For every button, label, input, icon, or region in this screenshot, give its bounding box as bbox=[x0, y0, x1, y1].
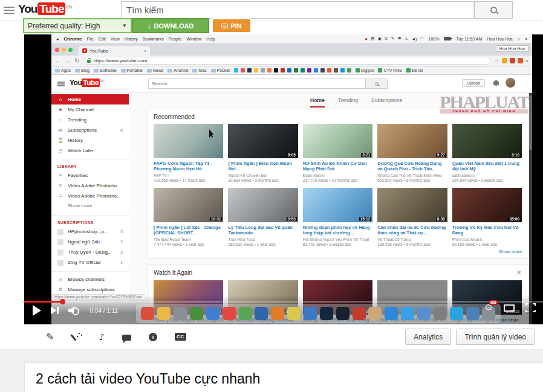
video-title[interactable]: FAPtv Cơm Nguội: Tập 71 - Phương Muốn Hẹ… bbox=[154, 161, 223, 172]
notification-center-icon[interactable]: ≡ bbox=[525, 37, 527, 41]
sidebar-footer-item[interactable]: ◎ Browse channels bbox=[51, 274, 129, 284]
video-card[interactable]: 3:21 Nữ Sinh Áo Đỏ Khiến Cư Dân Mạng Phá… bbox=[303, 124, 372, 182]
reload-icon[interactable]: ↻ bbox=[74, 58, 79, 64]
youtube-logo[interactable]: YouTubeVN bbox=[18, 2, 73, 16]
annotations-comment-icon[interactable] bbox=[122, 335, 131, 341]
forward-icon[interactable]: → bbox=[65, 58, 71, 64]
menubar-status-icon[interactable]: ◉ bbox=[378, 36, 382, 41]
progress-bar[interactable] bbox=[24, 301, 543, 303]
preferred-quality-dropdown[interactable]: Preferred quality: High ▼ bbox=[23, 18, 132, 33]
video-title[interactable]: Càn khôn đại na di, Cửu dương thần công … bbox=[377, 225, 447, 236]
pin-button[interactable]: PIN bbox=[212, 18, 252, 33]
sidebar-footer-item[interactable]: ⚙ Manage subscriptions bbox=[51, 284, 129, 295]
video-title[interactable]: [ Phim ngắn ] Lột Xác - Change (OFFICIAL… bbox=[154, 225, 223, 236]
zoom-window-icon[interactable] bbox=[68, 48, 73, 52]
cards-info-icon[interactable]: i bbox=[149, 333, 157, 341]
volume-icon[interactable] bbox=[68, 306, 80, 315]
menubar-menu-item[interactable]: People bbox=[169, 37, 182, 41]
video-manager-button[interactable]: Trình quản lý video bbox=[456, 329, 535, 345]
chrome-menu-icon[interactable]: ≡ bbox=[525, 58, 528, 64]
bookmark-item[interactable]: Digiplo bbox=[356, 68, 374, 72]
search-button[interactable] bbox=[474, 1, 513, 19]
bookmark-item[interactable]: Android bbox=[167, 68, 188, 72]
sidebar-show-more[interactable]: Show more bbox=[51, 201, 129, 212]
sidebar-item[interactable]: ♨ Trending bbox=[51, 115, 129, 125]
sidebar-playlist-item[interactable]: ≡ Video Adobe Photosho.. bbox=[51, 191, 129, 201]
feed-tab[interactable]: Subscriptions bbox=[371, 97, 402, 108]
bookmark-item[interactable]: Blog bbox=[75, 68, 89, 72]
video-channel[interactable]: Phim Cực Nhanh bbox=[452, 237, 522, 242]
video-card[interactable]: 8:05 [ Phim Ngắn ] Điều Con Muốn Nói... … bbox=[228, 124, 298, 182]
video-title[interactable]: Quân Việt Nam tiêu diệt 1 trung đội lính… bbox=[452, 161, 522, 172]
bookmark-favicon[interactable] bbox=[334, 68, 338, 72]
video-title[interactable]: [ Phim Ngắn ] Điều Con Muốn Nói... bbox=[228, 161, 298, 172]
sidebar-subscription-item[interactable]: HPphotoshop - p... 3 bbox=[51, 227, 129, 237]
address-bar[interactable]: https://www.youtube.com bbox=[83, 57, 490, 65]
video-title[interactable]: Những đoạn phim hay về Hàng long thập bá… bbox=[303, 225, 372, 236]
video-channel[interactable]: Người Kể Chuyện Đời bbox=[228, 173, 298, 178]
menubar-status-icon[interactable]: ✎ bbox=[391, 36, 395, 41]
bookmark-favicon[interactable] bbox=[340, 68, 345, 72]
bookmark-favicon[interactable] bbox=[234, 68, 238, 72]
video-title[interactable]: Dương Quá Cứu Hoàng Dung và Quách Phù - … bbox=[377, 161, 447, 172]
menubar-menu-item[interactable]: Help bbox=[206, 37, 215, 41]
bookmark-favicon[interactable] bbox=[241, 68, 245, 72]
menubar-status-icon[interactable]: ♨ bbox=[405, 36, 408, 41]
video-channel[interactable]: Những Cao Thủ Võ Thuật Kiếm Hiệp bbox=[377, 173, 447, 178]
browser-scrollbar[interactable] bbox=[529, 93, 532, 324]
menubar-menu-item[interactable]: View bbox=[111, 37, 120, 41]
sidebar-item[interactable]: ⌂ Home bbox=[51, 94, 129, 104]
youtube-search-input[interactable]: Search bbox=[148, 79, 366, 89]
bookmark-favicon[interactable] bbox=[254, 68, 258, 72]
video-channel[interactable]: satthudexom bbox=[452, 173, 522, 178]
show-more-link[interactable]: Show more bbox=[154, 249, 522, 254]
menubar-menu-item[interactable]: Edit bbox=[99, 37, 106, 41]
video-channel[interactable]: Trần Hữu Tùng bbox=[228, 237, 298, 242]
upload-button[interactable]: Upload bbox=[462, 79, 485, 87]
video-card[interactable]: 15:12 Những đoạn phim hay về Hàng long t… bbox=[303, 188, 372, 246]
audio-note-icon[interactable]: ♪ bbox=[99, 332, 105, 342]
video-card[interactable]: 8:10 Quân Việt Nam tiêu diệt 1 trung đội… bbox=[452, 124, 522, 182]
hamburger-menu-icon[interactable] bbox=[4, 7, 15, 14]
bookmark-item[interactable]: Apps bbox=[55, 68, 71, 72]
video-card[interactable]: 9:27 Dương Quá Cứu Hoàng Dung và Quách P… bbox=[377, 124, 447, 182]
sidebar-item[interactable]: ⌛ History bbox=[51, 135, 129, 146]
bookmark-item[interactable]: Pocket bbox=[211, 68, 230, 72]
analytics-button[interactable]: Analytics bbox=[405, 329, 451, 345]
video-thumbnail[interactable]: 15:12 bbox=[303, 188, 372, 222]
progress-handle[interactable] bbox=[60, 299, 65, 304]
youtube-logo-small[interactable]: YouTubeVN bbox=[70, 79, 103, 87]
bookmark-favicon[interactable] bbox=[281, 68, 285, 72]
bookmark-star-icon[interactable]: ☆ bbox=[495, 58, 499, 64]
bookmark-item[interactable]: Software bbox=[94, 68, 117, 72]
extension-icon[interactable] bbox=[510, 58, 515, 63]
bookmark-favicon[interactable] bbox=[267, 68, 272, 72]
sidebar-playlist-item[interactable]: ≡ Video Adobe Photosho.. bbox=[51, 181, 129, 191]
bookmark-item[interactable]: CTV KNS bbox=[378, 68, 402, 72]
video-title[interactable]: Trương Vô Kỵ Giải Cứu Núi Võ Đang bbox=[452, 225, 522, 236]
video-title[interactable]: Nữ Sinh Áo Đỏ Khiến Cư Dân Mạng Phát Sốt bbox=[303, 161, 372, 172]
menubar-status-icon[interactable]: ● bbox=[365, 36, 368, 42]
bookmark-item[interactable]: Mac bbox=[192, 68, 206, 72]
video-channel[interactable]: Võ Thuật Cổ Trang bbox=[377, 237, 447, 242]
bookmark-favicon[interactable] bbox=[301, 68, 305, 72]
bookmark-favicon[interactable] bbox=[274, 68, 278, 72]
video-thumbnail[interactable]: 8:10 bbox=[452, 124, 522, 158]
video-channel[interactable]: Hội Những Người Yêu Phim Võ Thuật bbox=[303, 237, 372, 242]
youtube-search-button[interactable] bbox=[366, 79, 388, 89]
sidebar-subscription-item[interactable]: Thùy Uyên - Desig.. 3 bbox=[51, 247, 129, 257]
avatar[interactable] bbox=[506, 78, 515, 88]
sidebar-item[interactable]: ▤ Subscriptions 6 bbox=[51, 125, 129, 135]
tab-close-icon[interactable]: × bbox=[143, 48, 146, 54]
edit-pencil-icon[interactable]: ✎ bbox=[46, 331, 54, 342]
play-button[interactable] bbox=[33, 305, 41, 316]
menubar-status-icon[interactable]: ◄) bbox=[411, 37, 417, 41]
search-input[interactable] bbox=[122, 2, 473, 18]
next-button[interactable] bbox=[51, 307, 59, 314]
menubar-status-icon[interactable]: ▤ bbox=[371, 36, 375, 41]
bookmark-item[interactable]: News bbox=[147, 68, 164, 72]
menubar-app-name[interactable]: Chrome bbox=[63, 36, 82, 42]
video-channel[interactable]: Đoàn Kenny bbox=[303, 173, 372, 178]
video-thumbnail[interactable]: 10:31 bbox=[154, 188, 223, 222]
video-card[interactable]: 35:00 Trương Vô Kỵ Giải Cứu Núi Võ Đang … bbox=[452, 188, 522, 246]
